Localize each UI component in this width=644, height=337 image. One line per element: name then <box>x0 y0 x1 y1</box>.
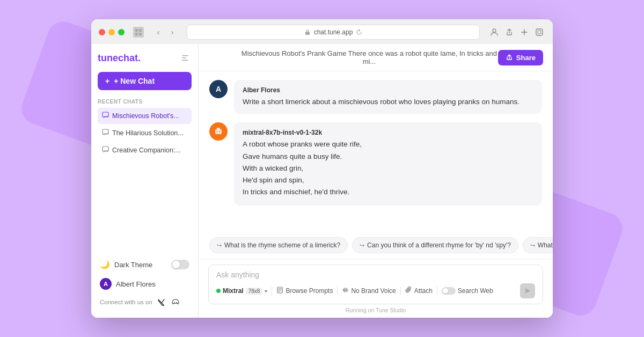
svg-point-18 <box>217 131 218 133</box>
bot-message-text: A robot whose pranks were quite rife, Ga… <box>243 139 533 197</box>
send-button[interactable] <box>520 283 535 298</box>
toggle-knob <box>172 261 180 268</box>
browser-controls: ‹ › chat.tune.app <box>99 25 545 40</box>
connect-label: Connect with us on <box>100 299 152 305</box>
dark-theme-toggle[interactable] <box>171 260 189 269</box>
browser-window: ‹ › chat.tune.app <box>91 19 553 318</box>
search-toggle-knob <box>443 288 448 294</box>
logo-text: tune <box>98 53 118 63</box>
sidebar-footer: 🌙 Dark Theme A Albert Flores Connect wit… <box>98 255 192 310</box>
new-chat-label: + New Chat <box>114 77 155 85</box>
search-web-button[interactable]: Search Web <box>442 287 493 295</box>
forward-button[interactable]: › <box>166 26 178 38</box>
svg-rect-10 <box>182 60 188 61</box>
user-message-text: Write a short limerick about a mischievo… <box>243 97 533 107</box>
attach-button[interactable]: Attach <box>405 287 433 295</box>
sidebar: tunechat. + + New Chat RECENT CHATS <box>91 44 199 318</box>
input-placeholder[interactable]: Ask anything <box>216 270 535 279</box>
share-button[interactable]: Share <box>498 50 543 65</box>
svg-rect-7 <box>538 31 541 34</box>
message-user: A Alber Flores Write a short limerick ab… <box>209 80 542 114</box>
svg-rect-2 <box>135 33 138 35</box>
suggestion-text-2: Can you think of a different rhyme for '… <box>367 241 511 249</box>
suggestion-1[interactable]: ↪ What is the rhyme scheme of a limerick… <box>209 237 348 253</box>
sidebar-toggle[interactable] <box>179 52 192 64</box>
account-button[interactable] <box>488 26 500 38</box>
input-box: Ask anything Mixtral 78x8 ▾ <box>208 265 543 304</box>
user-avatar: A <box>100 278 112 290</box>
bot-line-4: He'd spin and spin, <box>243 175 533 186</box>
app-body: tunechat. + + New Chat RECENT CHATS <box>91 44 553 318</box>
user-sender-name: Alber Flores <box>243 86 533 94</box>
bot-message-content: mixtral-8x7b-inst-v0-1-32k A robot whose… <box>234 122 542 205</box>
url-bar[interactable]: chat.tune.app <box>187 25 480 40</box>
chat-item-2[interactable]: The Hilarious Solution... <box>98 125 192 141</box>
search-toggle[interactable] <box>442 287 456 295</box>
refresh-icon <box>356 29 362 35</box>
new-chat-plus-icon: + <box>105 77 109 85</box>
chat-label-1: Mischievous Robot's... <box>112 112 179 120</box>
svg-point-5 <box>493 29 496 32</box>
lock-icon <box>304 29 311 35</box>
close-button[interactable] <box>99 29 105 35</box>
brand-voice-button[interactable]: No Brand Voice <box>342 287 396 295</box>
suggestion-2[interactable]: ↪ Can you think of a different rhyme for… <box>352 237 518 253</box>
new-tab-button[interactable] <box>518 26 530 38</box>
discord-icon[interactable] <box>171 297 180 307</box>
maximize-button[interactable] <box>118 29 125 35</box>
suggestions-bar: ↪ What is the rhyme scheme of a limerick… <box>199 232 553 259</box>
model-selector[interactable]: Mixtral 78x8 ▾ <box>216 287 267 295</box>
svg-rect-17 <box>217 128 220 130</box>
chat-item-1[interactable]: Mischievous Robot's... <box>98 108 192 124</box>
logo-dot: . <box>138 53 141 63</box>
back-button[interactable]: ‹ <box>152 26 164 38</box>
suggestion-arrow-icon-3: ↪ <box>530 242 535 249</box>
url-text: chat.tune.app <box>314 28 353 36</box>
app-logo: tunechat. <box>98 53 141 64</box>
document-icon <box>276 287 283 295</box>
chat-icon-3 <box>102 146 109 155</box>
chat-title: Mischievous Robot's Prank Game There onc… <box>240 49 498 65</box>
svg-rect-1 <box>139 29 142 32</box>
new-chat-button[interactable]: + + New Chat <box>98 72 192 90</box>
dark-theme-row: 🌙 Dark Theme <box>98 255 192 274</box>
bot-line-2: Gave humans quite a busy life. <box>243 151 533 162</box>
svg-rect-3 <box>139 33 142 35</box>
chat-item-3[interactable]: Creative Companion:... <box>98 142 192 158</box>
chat-icon-2 <box>102 129 109 137</box>
suggestion-arrow-icon-2: ↪ <box>360 242 364 249</box>
svg-point-15 <box>176 302 177 303</box>
browser-chrome: ‹ › chat.tune.app <box>91 19 553 44</box>
tabs-button[interactable] <box>533 26 545 38</box>
footer-text: Running on Tune Studio <box>346 307 406 313</box>
bot-icon <box>214 127 223 136</box>
share-browser-button[interactable] <box>503 26 515 38</box>
search-web-label: Search Web <box>458 287 493 295</box>
waveform-icon <box>342 287 349 295</box>
messages-container[interactable]: A Alber Flores Write a short limerick ab… <box>199 71 553 232</box>
divider-2 <box>337 287 338 295</box>
recent-chats-label: RECENT CHATS <box>98 99 192 105</box>
browse-prompts-label: Browse Prompts <box>286 287 333 295</box>
divider-4 <box>437 287 437 295</box>
sidebar-header: tunechat. <box>98 52 192 64</box>
suggestion-3[interactable]: ↪ What is the robo... <box>523 237 553 253</box>
model-status-dot <box>216 289 221 293</box>
message-bot: mixtral-8x7b-inst-v0-1-32k A robot whose… <box>209 122 542 205</box>
user-message-content: Alber Flores Write a short limerick abou… <box>234 80 542 114</box>
bot-sender-name: mixtral-8x7b-inst-v0-1-32k <box>243 129 533 136</box>
main-chat: Mischievous Robot's Prank Game There onc… <box>199 44 553 318</box>
bot-line-3: With a wicked grin, <box>243 163 533 174</box>
share-icon <box>506 54 513 61</box>
minimize-button[interactable] <box>108 29 115 35</box>
browse-prompts-button[interactable]: Browse Prompts <box>276 287 333 295</box>
tab-icon <box>133 27 144 38</box>
svg-rect-4 <box>305 32 310 35</box>
svg-rect-0 <box>135 29 138 32</box>
svg-point-19 <box>219 131 221 133</box>
user-avatar-initial: A <box>216 85 221 93</box>
input-toolbar: Mixtral 78x8 ▾ Br <box>216 283 535 298</box>
user-name: Albert Flores <box>116 280 156 288</box>
twitter-icon[interactable] <box>157 297 166 307</box>
bot-avatar-msg <box>209 122 228 141</box>
